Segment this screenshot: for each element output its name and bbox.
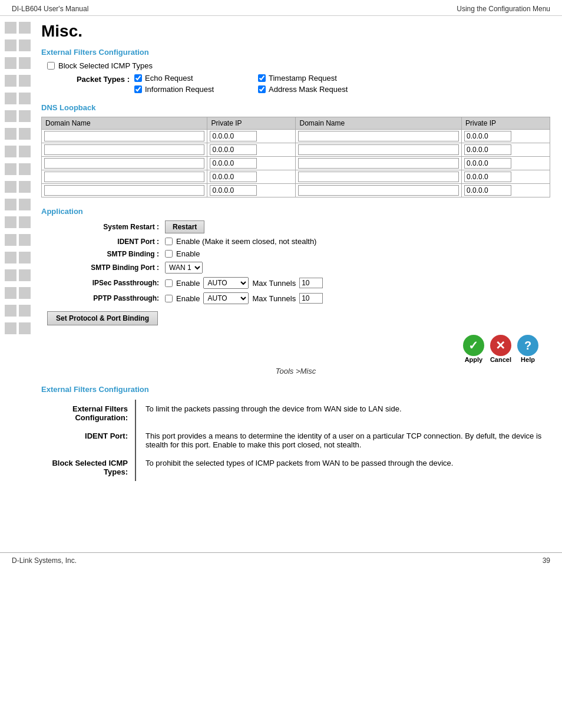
dns-domain-1-2[interactable] [298, 144, 458, 155]
sidebar [0, 16, 35, 546]
address-mask-label: Address Mask Request [269, 85, 348, 94]
cancel-label: Cancel [490, 356, 511, 363]
smtp-binding-text: Enable [176, 249, 200, 258]
dns-ip-2-3[interactable] [464, 158, 511, 169]
application-title: Application [41, 207, 550, 216]
sidebar-block [5, 39, 16, 51]
sidebar-block [19, 57, 31, 69]
tools-caption: Tools >Misc [41, 367, 550, 375]
echo-request-checkbox[interactable] [134, 74, 142, 82]
dns-ip-2-1[interactable] [210, 158, 257, 169]
sidebar-block [5, 322, 16, 334]
pptp-label: PPTP Passthrough: [41, 294, 159, 302]
desc-def-2: To prohibit the selected types of ICMP p… [135, 454, 550, 481]
dns-domain-1-0[interactable] [44, 144, 204, 155]
smtp-binding-checkbox[interactable] [165, 250, 173, 258]
ident-port-checkbox[interactable] [165, 238, 173, 245]
set-protocol-button[interactable]: Set Protocol & Port Binding [47, 311, 158, 325]
block-icmp-checkbox[interactable] [47, 62, 55, 70]
desc-term-2: Block Selected ICMP Types: [41, 454, 135, 481]
smtp-binding-label: SMTP Binding : [41, 250, 159, 258]
dns-ip-0-1[interactable] [210, 131, 257, 141]
ident-port-control: Enable (Make it seem closed, not stealth… [165, 237, 316, 246]
pptp-row: PPTP Passthrough: Enable AUTO DISABLE EN… [41, 292, 550, 304]
dns-domain-4-2[interactable] [298, 185, 458, 196]
dns-ip-4-1[interactable] [210, 185, 257, 196]
cancel-action[interactable]: ✕ Cancel [490, 335, 511, 363]
sidebar-block [5, 199, 16, 210]
dns-col-ip2: Private IP [461, 117, 550, 130]
smtp-binding-row: SMTP Binding : Enable [41, 249, 550, 258]
desc-term-0: External Filters Configuration: [41, 400, 135, 427]
echo-request-label: Echo Request [145, 74, 193, 83]
ipsec-checkbox[interactable] [165, 279, 173, 287]
address-mask-checkbox[interactable] [258, 85, 266, 93]
page-footer: D-Link Systems, Inc. 39 [0, 552, 562, 568]
dns-domain-0-2[interactable] [298, 131, 458, 141]
packet-option-information: Information Request [134, 85, 252, 94]
pptp-max-tunnels-input[interactable] [299, 293, 323, 304]
dns-ip-4-3[interactable] [464, 185, 511, 196]
dns-domain-2-2[interactable] [298, 158, 458, 169]
information-request-label: Information Request [145, 85, 214, 94]
page-title: Misc. [41, 22, 550, 41]
apply-icon[interactable]: ✓ [463, 335, 484, 356]
ipsec-mode-select[interactable]: AUTO DISABLE ENABLE [203, 277, 249, 289]
sidebar-block [5, 269, 16, 281]
main-content: Misc. External Filters Configuration Blo… [35, 16, 562, 546]
information-request-checkbox[interactable] [134, 85, 142, 93]
dns-table: Domain Name Private IP Domain Name Priva… [41, 117, 550, 197]
description-section: External Filters Configuration External … [41, 383, 550, 481]
dns-ip-3-1[interactable] [210, 172, 257, 182]
dns-domain-3-2[interactable] [298, 172, 458, 182]
apply-action[interactable]: ✓ Apply [463, 335, 484, 363]
sidebar-block [5, 22, 16, 34]
smtp-binding-port-select[interactable]: WAN 1 WAN 2 [165, 262, 203, 274]
packet-option-address-mask: Address Mask Request [258, 85, 388, 94]
dns-col-domain2: Domain Name [296, 117, 461, 130]
pptp-checkbox[interactable] [165, 295, 173, 302]
dns-loopback-section: DNS Loopback Domain Name Private IP Doma… [41, 103, 550, 197]
desc-def-1: This port provides a means to determine … [135, 427, 550, 454]
help-action[interactable]: ? Help [517, 335, 538, 363]
block-icmp-label: Block Selected ICMP Types [58, 61, 153, 70]
page-header: DI-LB604 User's Manual Using the Configu… [0, 0, 562, 16]
cancel-icon[interactable]: ✕ [490, 335, 511, 356]
sidebar-block [19, 163, 31, 175]
dns-col-domain1: Domain Name [42, 117, 207, 130]
sidebar-block [19, 234, 31, 246]
block-icmp-row: Block Selected ICMP Types [47, 61, 550, 70]
timestamp-request-label: Timestamp Request [269, 74, 337, 83]
dns-domain-2-0[interactable] [44, 158, 204, 169]
ipsec-max-tunnels-label: Max Tunnels [252, 279, 296, 288]
timestamp-request-checkbox[interactable] [258, 74, 266, 82]
restart-button[interactable]: Restart [165, 220, 204, 233]
ipsec-enable-text: Enable [176, 279, 200, 288]
dns-domain-0-0[interactable] [44, 131, 204, 141]
sidebar-block [5, 93, 16, 104]
dns-ip-3-3[interactable] [464, 172, 511, 182]
system-restart-label: System Restart : [41, 223, 159, 231]
sidebar-block [19, 75, 31, 87]
smtp-binding-port-row: SMTP Binding Port : WAN 1 WAN 2 [41, 262, 550, 274]
dns-ip-1-3[interactable] [464, 144, 511, 155]
dns-domain-3-0[interactable] [44, 172, 204, 182]
sidebar-block [19, 110, 31, 122]
desc-term-1: IDENT Port: [41, 427, 135, 454]
sidebar-block [5, 216, 16, 228]
dns-ip-0-3[interactable] [464, 131, 511, 141]
desc-section-title: External Filters Configuration [41, 385, 550, 394]
sidebar-block [19, 39, 31, 51]
sidebar-block [5, 110, 16, 122]
dns-ip-1-1[interactable] [210, 144, 257, 155]
system-restart-row: System Restart : Restart [41, 220, 550, 233]
help-icon[interactable]: ? [517, 335, 538, 356]
help-label: Help [521, 356, 535, 363]
ipsec-max-tunnels-input[interactable] [299, 278, 323, 288]
pptp-mode-select[interactable]: AUTO DISABLE ENABLE [203, 292, 249, 304]
sidebar-block [19, 287, 31, 299]
sidebar-block [19, 269, 31, 281]
ident-port-text: Enable (Make it seem closed, not stealth… [176, 237, 316, 246]
dns-domain-4-0[interactable] [44, 185, 204, 196]
sidebar-block [5, 163, 16, 175]
